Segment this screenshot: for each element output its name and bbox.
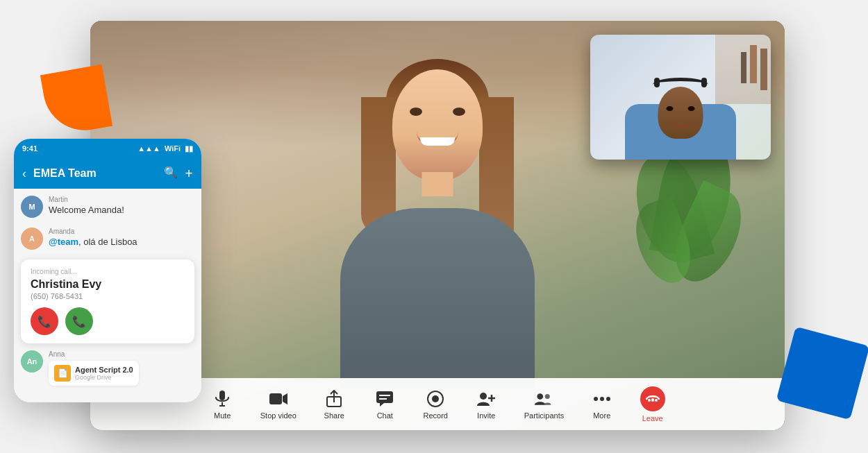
search-icon[interactable]: 🔍	[164, 166, 178, 182]
martin-message-content: Martin Welcome Amanda!	[49, 196, 124, 215]
main-person	[306, 55, 569, 388]
background-plant	[590, 132, 743, 354]
chat-button[interactable]: Chat	[362, 385, 408, 424]
share-icon	[324, 389, 344, 409]
more-label: More	[593, 411, 610, 420]
caller-number: (650) 768-5431	[31, 292, 185, 300]
pip-person-head	[658, 87, 703, 139]
phone-header: ‹ EMEA Team 🔍 +	[14, 158, 201, 189]
decline-call-button[interactable]: 📞	[31, 307, 58, 335]
invite-label: Invite	[477, 411, 495, 420]
attachment-card: 📄 Agent Script 2.0 Google Drive	[49, 361, 139, 386]
svg-point-22	[655, 399, 658, 402]
incoming-call-label: Incoming call...	[31, 268, 185, 275]
svg-point-20	[606, 397, 610, 401]
phone-channel-title: EMEA Team	[33, 167, 157, 180]
martin-avatar: M	[21, 196, 43, 218]
pip-video	[590, 35, 771, 160]
more-button[interactable]: More	[579, 385, 624, 424]
orange-decoration	[40, 65, 112, 137]
svg-rect-3	[269, 393, 282, 404]
svg-point-19	[600, 397, 604, 401]
phone-time: 9:41	[22, 144, 37, 153]
person-body	[340, 208, 535, 388]
back-button[interactable]: ‹	[22, 166, 26, 181]
status-icons: ▲▲▲ WiFi ▮▮	[137, 144, 193, 153]
chat-icon	[375, 389, 394, 409]
mute-button[interactable]: Mute	[200, 385, 245, 424]
chat-label: Chat	[377, 411, 393, 420]
participants-label: Participants	[524, 411, 564, 420]
wifi-icon: WiFi	[165, 144, 181, 153]
chat-message-martin: M Martin Welcome Amanda!	[21, 196, 194, 218]
amanda-avatar-initials: A	[29, 234, 35, 243]
record-button[interactable]: Record	[413, 385, 458, 424]
anna-sender-name: Anna	[49, 350, 139, 358]
amanda-message-suffix: , olá de Lisboa	[78, 237, 137, 247]
svg-marker-4	[283, 393, 287, 404]
call-action-buttons: 📞 📞	[31, 307, 185, 335]
participants-icon	[534, 389, 553, 409]
attachment-name: Agent Script 2.0	[75, 366, 133, 374]
leave-label: Leave	[642, 414, 663, 422]
svg-point-18	[594, 397, 598, 401]
svg-rect-23	[651, 398, 654, 402]
anna-avatar: An	[21, 350, 43, 373]
stop-video-label: Stop video	[260, 411, 297, 420]
chat-message-amanda: A Amanda @team, olá de Lisboa	[21, 228, 194, 250]
svg-marker-8	[380, 403, 384, 407]
amanda-avatar: A	[21, 228, 43, 250]
stop-video-button[interactable]: Stop video	[251, 385, 306, 424]
amanda-message-content: Amanda @team, olá de Lisboa	[49, 228, 137, 247]
martin-sender-name: Martin	[49, 196, 124, 203]
invite-icon	[476, 389, 496, 409]
camera-icon	[269, 389, 288, 409]
person-neck	[422, 172, 453, 196]
add-icon[interactable]: +	[185, 166, 193, 182]
incoming-call-card: Incoming call... Christina Evy (650) 768…	[21, 259, 194, 343]
invite-button[interactable]: Invite	[464, 385, 509, 424]
attachment-doc-icon: 📄	[54, 365, 71, 382]
pip-headset	[653, 78, 708, 92]
phone-mockup: 9:41 ▲▲▲ WiFi ▮▮ ‹ EMEA Team 🔍 + M Marti…	[14, 139, 201, 402]
record-icon	[426, 389, 445, 409]
accept-icon: 📞	[72, 315, 86, 328]
record-label: Record	[424, 411, 448, 420]
leave-icon	[640, 386, 665, 411]
anna-message-content: Anna 📄 Agent Script 2.0 Google Drive	[49, 350, 139, 386]
mute-label: Mute	[214, 411, 231, 420]
leave-button[interactable]: Leave	[630, 382, 675, 427]
svg-point-16	[537, 393, 544, 400]
svg-point-12	[432, 395, 439, 402]
share-button[interactable]: Share	[312, 385, 357, 424]
amanda-sender-name: Amanda	[49, 228, 137, 235]
participants-button[interactable]: Participants	[515, 385, 574, 424]
attachment-source: Google Drive	[75, 374, 133, 381]
decline-icon: 📞	[37, 315, 51, 328]
amanda-message-text: @team, olá de Lisboa	[49, 237, 137, 247]
share-label: Share	[324, 411, 344, 420]
signal-icon: ▲▲▲	[137, 144, 160, 153]
phone-header-icons: 🔍 +	[164, 166, 193, 182]
accept-call-button[interactable]: 📞	[65, 307, 93, 335]
martin-avatar-initials: M	[28, 203, 35, 211]
person-face	[392, 69, 483, 180]
mention-tag: @team	[49, 237, 78, 247]
more-icon	[592, 389, 612, 409]
chat-message-anna: An Anna 📄 Agent Script 2.0 Google Drive	[21, 350, 194, 386]
anna-avatar-initials: An	[27, 357, 37, 366]
blue-decoration	[776, 327, 868, 420]
svg-point-17	[545, 394, 550, 399]
caller-name: Christina Evy	[31, 278, 185, 291]
svg-point-21	[648, 399, 651, 402]
microphone-icon	[212, 389, 232, 409]
svg-rect-0	[219, 391, 225, 400]
svg-rect-7	[376, 391, 393, 403]
battery-icon: ▮▮	[185, 144, 193, 153]
phone-chat-area: M Martin Welcome Amanda! A Amanda @team,…	[14, 189, 201, 402]
phone-status-bar: 9:41 ▲▲▲ WiFi ▮▮	[14, 139, 201, 158]
attachment-details: Agent Script 2.0 Google Drive	[75, 366, 133, 381]
svg-point-13	[480, 393, 487, 400]
martin-message-text: Welcome Amanda!	[49, 205, 124, 215]
